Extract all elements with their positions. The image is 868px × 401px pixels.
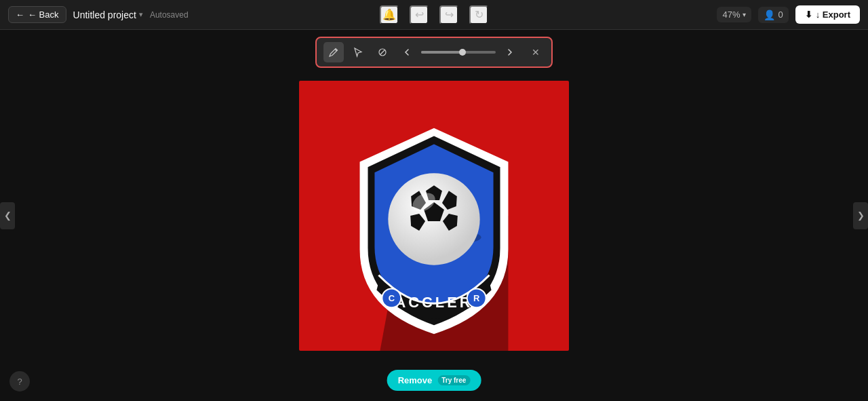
zoom-chevron-icon: ▾ [743,11,746,18]
svg-text:R: R [473,293,480,303]
emoji-icon[interactable]: 🔔 [380,5,399,24]
canvas-area: ✕ ❮ ❯ ACCLER C [0,30,868,401]
redo-button-left[interactable]: ↪ [439,5,458,24]
brush-size-slider-container [421,51,496,54]
right-chevron-icon: ❯ [857,210,865,221]
export-button[interactable]: ⬇ ↓ Export [795,5,860,24]
topbar-right: 47% ▾ 👤 0 ⬇ ↓ Export [717,5,860,24]
tool-select-button[interactable] [348,42,368,62]
back-arrow-icon: ← [16,9,24,20]
user-icon: 👤 [764,9,775,20]
tool-pencil-button[interactable] [323,42,344,62]
help-icon: ? [17,377,22,387]
tool-erase-button[interactable] [372,42,393,62]
download-icon: ⬇ [805,9,812,20]
slider-thumb [459,49,466,56]
svg-text:C: C [389,293,395,303]
try-free-label: Try free [441,377,466,384]
left-chevron-icon: ❮ [4,210,12,221]
tool-arrow-right-button[interactable] [500,42,520,62]
topbar-center: 🔔 ↩ ↪ ↻ [380,5,488,24]
back-label: ← Back [28,9,59,20]
canvas-image[interactable]: ACCLER C R [299,81,569,351]
project-name[interactable]: Untitled project ▾ [73,9,143,20]
tool-arrow-left-button[interactable] [397,42,417,62]
zoom-level: 47% [722,9,740,20]
undo-button[interactable]: ↩ [410,5,429,24]
remove-bar: Remove Try free [387,370,481,391]
close-icon: ✕ [532,47,540,58]
autosaved-status: Autosaved [150,10,189,20]
zoom-control[interactable]: 47% ▾ [717,7,751,22]
export-label: ↓ Export [816,9,850,20]
remove-label: Remove [398,375,433,385]
chevron-down-icon: ▾ [139,10,143,19]
user-count: 👤 0 [758,7,788,23]
back-button[interactable]: ← ← Back [8,6,66,23]
refresh-button[interactable]: ↻ [469,5,488,24]
topbar: ← ← Back Untitled project ▾ Autosaved 🔔 … [0,0,868,30]
svg-text:ACCLER: ACCLER [395,294,473,311]
help-button[interactable]: ? [9,371,30,392]
topbar-left: ← ← Back Untitled project ▾ Autosaved [8,6,717,23]
right-arrow-button[interactable]: ❯ [853,202,868,229]
toolbar-close-button[interactable]: ✕ [527,43,545,61]
floating-toolbar: ✕ [315,37,553,68]
left-arrow-button[interactable]: ❮ [0,202,15,229]
try-free-badge: Try free [437,375,470,385]
slider-fill [421,51,462,54]
brush-size-slider[interactable] [421,51,496,54]
user-count-number: 0 [778,9,783,20]
project-name-text: Untitled project [73,9,136,20]
remove-button[interactable]: Remove Try free [387,370,481,391]
